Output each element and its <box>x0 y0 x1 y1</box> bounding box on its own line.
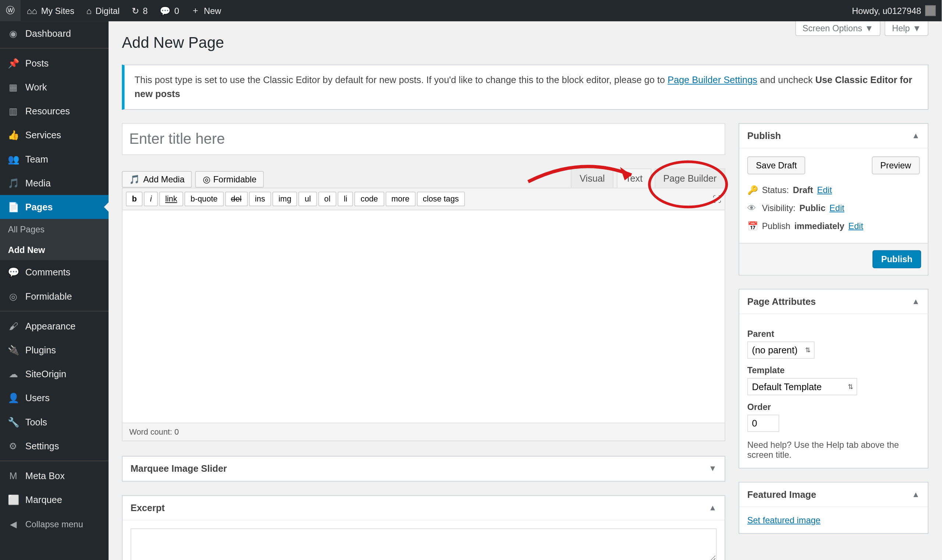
menu-services[interactable]: 👍Services <box>0 123 109 147</box>
menu-settings[interactable]: ⚙Settings <box>0 434 109 458</box>
excerpt-textarea[interactable] <box>131 528 717 560</box>
chevron-down-icon: ▼ <box>709 464 717 473</box>
excerpt-box-header[interactable]: Excerpt▲ <box>123 495 725 520</box>
publish-button[interactable]: Publish <box>873 251 921 268</box>
metabox-icon: M <box>7 469 20 482</box>
key-icon: 🔑 <box>747 185 758 195</box>
formidable-button[interactable]: ◎Formidable <box>196 171 264 188</box>
help-button[interactable]: Help ▼ <box>885 22 928 36</box>
marquee-icon: ⬜ <box>7 493 20 506</box>
my-sites[interactable]: ⌂⌂My Sites <box>21 0 80 22</box>
formidable-icon: ◎ <box>203 174 210 184</box>
screen-options-button[interactable]: Screen Options ▼ <box>795 22 881 36</box>
collapse-menu[interactable]: ◀Collapse menu <box>0 512 109 536</box>
pages-icon: 📄 <box>7 200 20 214</box>
submenu-add-new[interactable]: Add New <box>0 240 109 260</box>
parent-select[interactable]: (no parent) <box>747 342 815 359</box>
qt-bquote[interactable]: b-quote <box>184 192 224 206</box>
edit-visibility-link[interactable]: Edit <box>829 203 845 213</box>
qt-li[interactable]: li <box>338 192 353 206</box>
qt-bold[interactable]: b <box>126 192 143 206</box>
formidable-icon: ◎ <box>7 289 20 303</box>
content-editor[interactable] <box>122 210 725 423</box>
page-builder-settings-link[interactable]: Page Builder Settings <box>668 75 757 85</box>
submenu-all-pages[interactable]: All Pages <box>0 219 109 239</box>
annotation-circle <box>648 160 728 208</box>
menu-posts[interactable]: 📌Posts <box>0 51 109 75</box>
publish-box: Publish▲ Save Draft Preview 🔑Status: Dra… <box>738 123 928 275</box>
admin-toolbar: ⓦ ⌂⌂My Sites ⌂Digital ↻8 💬0 ＋New Howdy, … <box>0 0 942 22</box>
page-attributes-box: Page Attributes▲ Parent (no parent) Temp… <box>738 289 928 469</box>
screen-meta-links: Screen Options ▼ Help ▼ <box>795 22 928 36</box>
site-name[interactable]: ⌂Digital <box>80 0 125 22</box>
order-input[interactable] <box>747 415 779 432</box>
menu-pages-submenu: All Pages Add New <box>0 219 109 260</box>
menu-appearance[interactable]: 🖌Appearance <box>0 314 109 338</box>
avatar <box>925 5 936 16</box>
wp-logo[interactable]: ⓦ <box>0 0 21 22</box>
marquee-box-header[interactable]: Marquee Image Slider▼ <box>123 457 725 481</box>
menu-pages[interactable]: 📄Pages <box>0 195 109 219</box>
menu-plugins[interactable]: 🔌Plugins <box>0 338 109 362</box>
qt-more[interactable]: more <box>385 192 415 206</box>
editor-notice: This post type is set to use the Classic… <box>122 65 928 110</box>
pin-icon: 📌 <box>7 57 20 70</box>
chevron-up-icon: ▲ <box>912 131 920 140</box>
menu-team[interactable]: 👥Team <box>0 147 109 171</box>
qt-italic[interactable]: i <box>144 192 158 206</box>
template-select[interactable]: Default Template <box>747 378 857 395</box>
updates[interactable]: ↻8 <box>125 0 153 22</box>
featured-box-header[interactable]: Featured Image▲ <box>739 482 928 507</box>
appearance-icon: 🖌 <box>7 320 20 333</box>
order-label: Order <box>747 402 920 412</box>
users-icon: 👤 <box>7 391 20 405</box>
add-media-button[interactable]: 🎵Add Media <box>122 171 192 188</box>
chevron-up-icon: ▲ <box>709 503 717 512</box>
qt-code[interactable]: code <box>355 192 384 206</box>
publish-box-header[interactable]: Publish▲ <box>739 124 928 149</box>
menu-metabox[interactable]: MMeta Box <box>0 464 109 488</box>
howdy-user[interactable]: Howdy, u0127948 <box>846 0 942 22</box>
eye-icon: 👁 <box>747 203 758 213</box>
attrs-box-header[interactable]: Page Attributes▲ <box>739 289 928 314</box>
chevron-up-icon: ▲ <box>912 490 920 499</box>
qt-img[interactable]: img <box>272 192 297 206</box>
qt-del[interactable]: del <box>225 192 248 206</box>
set-featured-image-link[interactable]: Set featured image <box>739 507 828 533</box>
save-draft-button[interactable]: Save Draft <box>747 156 805 174</box>
menu-dashboard[interactable]: ◉Dashboard <box>0 22 109 45</box>
menu-users[interactable]: 👤Users <box>0 386 109 410</box>
tools-icon: 🔧 <box>7 415 20 428</box>
editor-status-bar: Word count: 0 <box>122 423 725 441</box>
menu-comments[interactable]: 💬Comments <box>0 260 109 284</box>
plugins-icon: 🔌 <box>7 343 20 357</box>
annotation-arrow <box>528 162 641 195</box>
menu-tools[interactable]: 🔧Tools <box>0 410 109 434</box>
admin-sidebar: ◉Dashboard 📌Posts ▦Work ▥Resources 👍Serv… <box>0 22 109 560</box>
qt-close-tags[interactable]: close tags <box>417 192 465 206</box>
preview-button[interactable]: Preview <box>872 156 920 174</box>
main-content: Screen Options ▼ Help ▼ Add New Page Thi… <box>109 22 942 560</box>
menu-marquee[interactable]: ⬜Marquee <box>0 488 109 512</box>
settings-icon: ⚙ <box>7 439 20 452</box>
menu-formidable[interactable]: ◎Formidable <box>0 284 109 308</box>
media-icon: 🎵 <box>7 177 20 190</box>
qt-ul[interactable]: ul <box>299 192 317 206</box>
menu-siteorigin[interactable]: ☁SiteOrigin <box>0 362 109 386</box>
new-content[interactable]: ＋New <box>185 0 227 22</box>
featured-image-box: Featured Image▲ Set featured image <box>738 482 928 534</box>
menu-media[interactable]: 🎵Media <box>0 171 109 195</box>
menu-work[interactable]: ▦Work <box>0 75 109 99</box>
siteorigin-icon: ☁ <box>7 367 20 380</box>
comments-icon: 💬 <box>7 266 20 279</box>
qt-ins[interactable]: ins <box>249 192 271 206</box>
comments-count[interactable]: 💬0 <box>154 0 185 22</box>
qt-ol[interactable]: ol <box>318 192 336 206</box>
qt-link[interactable]: link <box>159 192 183 206</box>
menu-resources[interactable]: ▥Resources <box>0 99 109 123</box>
attrs-help-text: Need help? Use the Help tab above the sc… <box>747 440 920 460</box>
edit-status-link[interactable]: Edit <box>817 185 833 195</box>
chevron-up-icon: ▲ <box>912 297 920 306</box>
title-input[interactable] <box>122 123 725 155</box>
edit-schedule-link[interactable]: Edit <box>848 221 863 231</box>
